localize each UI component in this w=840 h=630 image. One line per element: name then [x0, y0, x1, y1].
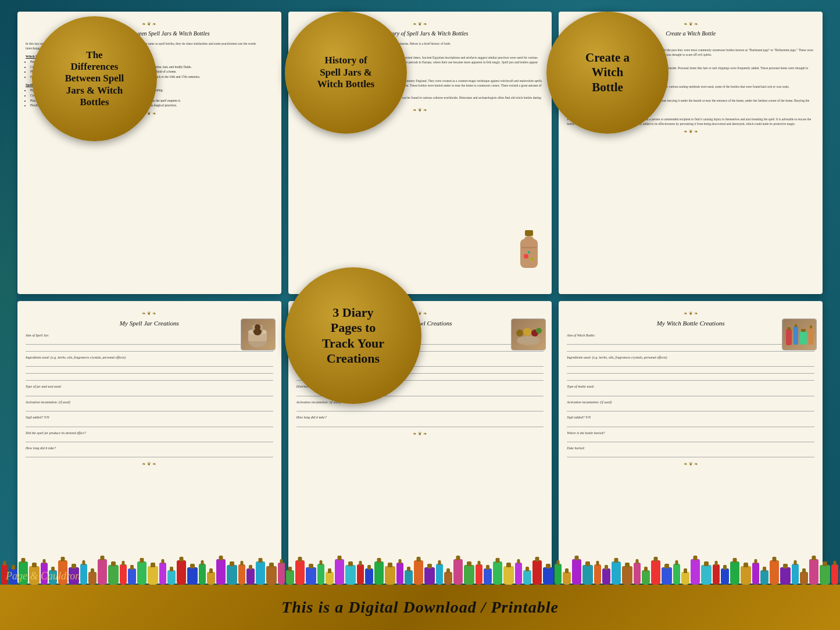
bottom-banner: This is a Digital Download / Printable — [0, 585, 840, 630]
potion-illustration — [514, 230, 544, 277]
bottle-thumb-inner — [782, 319, 816, 350]
svg-rect-0 — [525, 230, 533, 236]
bottom-banner-text: This is a Digital Download / Printable — [281, 598, 559, 617]
badge-differences-text: TheDifferencesBetween SpellJars & WitchB… — [59, 44, 130, 114]
bowl-thumbnail — [511, 318, 546, 350]
jar-thumbnail — [241, 318, 276, 350]
badge-differences: TheDifferencesBetween SpellJars & WitchB… — [32, 16, 157, 141]
badge-create: Create aWitchBottle — [546, 12, 669, 134]
diary-bottle-field-date: Date buried: — [567, 446, 814, 457]
jar-thumb-inner — [241, 319, 275, 350]
svg-point-12 — [253, 328, 262, 335]
badge-diary: 3 DiaryPages toTrack YourCreations — [285, 267, 421, 404]
card-diary-bottle-title: My Witch Bottle Creations — [567, 319, 814, 328]
svg-point-13 — [516, 330, 523, 337]
svg-point-16 — [536, 328, 542, 334]
diary-bowl-field-time: How long did it take? — [296, 415, 544, 427]
diary-bottle-field-type: Type of bottle used: — [567, 384, 814, 396]
ornament-br-bottom: ❧ ❦ ❧ — [567, 461, 814, 467]
diary-jar-field-time: How long did it take? — [26, 446, 273, 457]
watermark: Page & Cauldron — [6, 570, 80, 582]
badge-create-text: Create aWitchBottle — [580, 45, 635, 101]
svg-rect-25 — [810, 325, 812, 328]
badge-history: History ofSpell Jars &Witch Bottles — [285, 12, 407, 134]
svg-point-5 — [530, 257, 534, 261]
diary-jar-field-ingredients: Ingredients used: (e.g. herbs, oils, fra… — [26, 355, 273, 381]
bottle-thumbnail — [782, 318, 817, 350]
diary-bowl-field-activation: Activation incantation: (if used) — [296, 400, 544, 411]
svg-rect-19 — [793, 326, 798, 345]
svg-rect-18 — [786, 329, 792, 345]
ornament-bl: ❧ ❦ ❧ — [26, 310, 273, 317]
card-diary-jar: ❧ ❦ ❧ My Spell Jar Creations — [17, 301, 281, 584]
diary-bottle-field-aim: Aim of Witch Bottle: — [567, 333, 814, 352]
svg-point-6 — [528, 251, 530, 253]
svg-rect-24 — [801, 329, 806, 332]
diary-bottle-field-sigil: Sigil added? Y/N — [567, 415, 814, 427]
svg-rect-20 — [800, 331, 807, 345]
watermark-text: Page & Cauldron — [6, 570, 80, 582]
ornament-br: ❧ ❦ ❧ — [567, 310, 814, 317]
left-decoration — [0, 0, 16, 584]
svg-point-17 — [517, 336, 540, 345]
svg-point-4 — [524, 254, 528, 259]
bowl-thumb-inner — [512, 319, 545, 350]
diary-jar-field-effect: Did the spell jar produce its desired ef… — [26, 431, 273, 442]
diary-bottle-field-buried: Where is the bottle buried? — [567, 431, 814, 442]
ornament-bc-bottom: ❧ ❦ ❧ — [296, 431, 544, 437]
diary-jar-field-sigil: Sigil added? Y/N — [26, 415, 273, 427]
svg-point-14 — [523, 328, 531, 336]
diary-bottle-field-ingredients: Ingredients used: (e.g. herbs, oils, fra… — [567, 355, 814, 381]
badge-diary-text: 3 DiaryPages toTrack YourCreations — [316, 299, 390, 373]
diary-jar-field-aim: Aim of Spell Jar: — [26, 333, 273, 352]
card-diary-jar-title: My Spell Jar Creations — [26, 319, 273, 328]
diary-bottle-field-activation: Activation incantation: (if used) — [567, 400, 814, 411]
card-diary-bottle: ❧ ❦ ❧ My Witch Bottle Creations — [559, 301, 823, 584]
badge-history-text: History ofSpell Jars &Witch Bottles — [312, 49, 380, 96]
svg-rect-21 — [809, 327, 813, 345]
bottles-container — [0, 556, 840, 585]
svg-rect-22 — [787, 327, 791, 330]
diary-jar-field-activation: Activation incantation: (if used) — [26, 400, 273, 411]
ornament-bl-bottom: ❧ ❦ ❧ — [26, 461, 273, 467]
diary-jar-field-type: Type of jar and seal used: — [26, 384, 273, 396]
svg-rect-23 — [795, 324, 797, 327]
